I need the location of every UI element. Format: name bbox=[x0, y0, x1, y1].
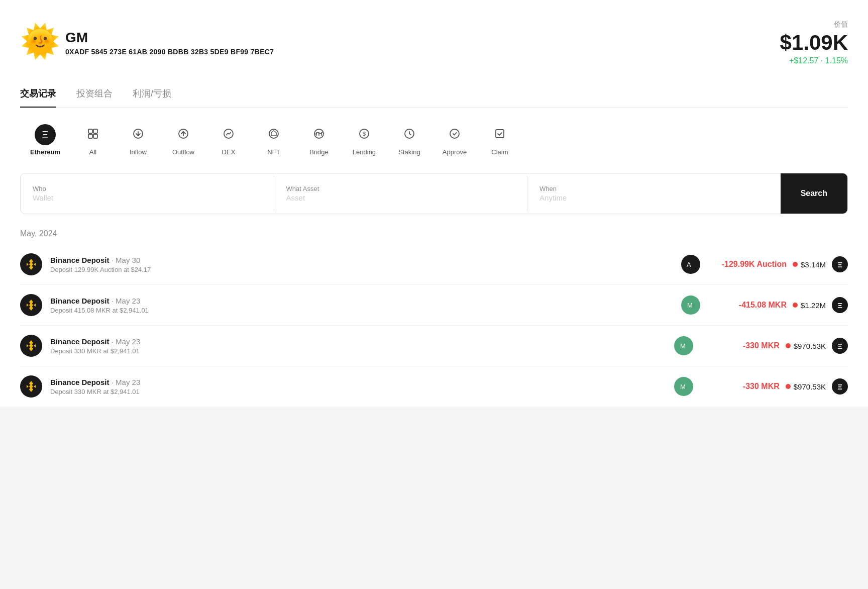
svg-marker-40 bbox=[29, 384, 33, 389]
who-placeholder: Wallet bbox=[33, 193, 262, 202]
tx-info-0: Binance Deposit · May 30Deposit 129.99K … bbox=[50, 256, 681, 273]
cat-outflow[interactable]: Outflow bbox=[161, 120, 206, 160]
cat-dex-label: DEX bbox=[222, 148, 236, 156]
tx-usd-value-1: $1.22M bbox=[801, 301, 826, 310]
svg-rect-2 bbox=[88, 134, 92, 138]
tx-usd-2: $970.53K bbox=[786, 342, 826, 350]
svg-point-16 bbox=[450, 129, 459, 138]
cat-claim-label: Claim bbox=[491, 148, 508, 156]
svg-text:$: $ bbox=[363, 131, 366, 137]
search-button[interactable]: Search bbox=[781, 173, 847, 214]
cat-approve[interactable]: Approve bbox=[432, 120, 477, 160]
tx-subtitle-1: Deposit 415.08 MKR at $2,941.01 bbox=[50, 307, 681, 314]
tx-logo-0 bbox=[20, 253, 42, 275]
cat-inflow[interactable]: Inflow bbox=[116, 120, 161, 160]
tx-usd-0: $3.14M bbox=[793, 260, 826, 269]
svg-marker-22 bbox=[29, 262, 33, 267]
wallet-name: GM bbox=[65, 30, 274, 46]
cat-bridge[interactable]: Bridge bbox=[296, 120, 342, 160]
tx-amount-1: -415.08 MKR bbox=[706, 301, 787, 310]
tx-usd-1: $1.22M bbox=[793, 301, 826, 310]
tx-right-0: A-129.99K Auction$3.14MΞ bbox=[681, 255, 848, 274]
cat-dex[interactable]: DEX bbox=[206, 120, 251, 160]
tx-usd-value-2: $970.53K bbox=[794, 342, 826, 350]
tx-title-2: Binance Deposit · May 23 bbox=[50, 337, 674, 346]
outflow-icon bbox=[178, 128, 189, 142]
claim-icon bbox=[494, 128, 505, 142]
transaction-row-0[interactable]: Binance Deposit · May 30Deposit 129.99K … bbox=[20, 244, 848, 285]
transaction-row-1[interactable]: Binance Deposit · May 23Deposit 415.08 M… bbox=[20, 285, 848, 326]
svg-marker-38 bbox=[34, 385, 36, 388]
tx-logo-2 bbox=[20, 335, 42, 357]
tx-eth-icon-2: Ξ bbox=[832, 338, 848, 354]
svg-marker-25 bbox=[27, 304, 29, 307]
ethereum-icon: Ξ bbox=[42, 129, 48, 141]
tx-amount-2: -330 MKR bbox=[699, 341, 780, 350]
tx-amount-0: -129.99K Auction bbox=[706, 260, 787, 269]
portfolio-change: +$12.57 · 1.15% bbox=[780, 56, 848, 65]
transaction-row-2[interactable]: Binance Deposit · May 23Deposit 330 MKR … bbox=[20, 326, 848, 366]
cat-all[interactable]: All bbox=[70, 120, 116, 160]
cat-ethereum[interactable]: Ξ Ethereum bbox=[20, 120, 70, 160]
who-field[interactable]: Who Wallet bbox=[21, 176, 274, 211]
tx-usd-3: $970.53K bbox=[786, 382, 826, 391]
when-field[interactable]: When Anytime bbox=[527, 176, 781, 211]
what-field[interactable]: What Asset Asset bbox=[274, 176, 528, 211]
svg-rect-17 bbox=[496, 130, 504, 138]
cat-inflow-label: Inflow bbox=[130, 148, 147, 156]
transaction-list: Binance Deposit · May 30Deposit 129.99K … bbox=[20, 244, 848, 407]
approve-icon bbox=[449, 128, 460, 142]
tab-portfolio[interactable]: 投资组合 bbox=[76, 87, 113, 108]
cat-bridge-label: Bridge bbox=[309, 148, 329, 156]
transaction-row-3[interactable]: Binance Deposit · May 23Deposit 330 MKR … bbox=[20, 366, 848, 407]
svg-marker-37 bbox=[27, 385, 29, 388]
tx-title-0: Binance Deposit · May 30 bbox=[50, 256, 681, 264]
month-header: May, 2024 bbox=[20, 229, 848, 238]
tab-pnl[interactable]: 利润/亏损 bbox=[133, 87, 171, 108]
cat-staking[interactable]: Staking bbox=[387, 120, 432, 160]
tx-info-3: Binance Deposit · May 23Deposit 330 MKR … bbox=[50, 378, 674, 396]
tx-usd-value-0: $3.14M bbox=[801, 260, 826, 269]
tx-subtitle-3: Deposit 330 MKR at $2,941.01 bbox=[50, 388, 674, 396]
all-icon bbox=[87, 128, 98, 142]
tx-asset-icon-3: M bbox=[674, 377, 693, 396]
value-label: 价值 bbox=[780, 20, 848, 29]
tab-transactions[interactable]: 交易记录 bbox=[20, 87, 56, 108]
red-dot-0 bbox=[793, 262, 798, 267]
category-nav: Ξ Ethereum All bbox=[20, 108, 848, 168]
cat-approve-label: Approve bbox=[443, 148, 467, 156]
svg-text:M: M bbox=[687, 302, 693, 309]
tx-eth-icon-0: Ξ bbox=[832, 256, 848, 272]
cat-nft[interactable]: NFT bbox=[251, 120, 296, 160]
when-label: When bbox=[539, 185, 769, 192]
tx-title-3: Binance Deposit · May 23 bbox=[50, 378, 674, 386]
tx-logo-1 bbox=[20, 294, 42, 316]
tx-subtitle-2: Deposit 330 MKR at $2,941.01 bbox=[50, 347, 674, 355]
tx-info-1: Binance Deposit · May 23Deposit 415.08 M… bbox=[50, 297, 681, 314]
svg-rect-1 bbox=[93, 129, 97, 133]
tx-right-3: M-330 MKR$970.53KΞ bbox=[674, 377, 848, 396]
cat-ethereum-label: Ethereum bbox=[30, 148, 60, 156]
header: 🌞 GM 0XADF 5845 273E 61AB 2090 BDBB 32B3… bbox=[20, 0, 848, 75]
svg-text:M: M bbox=[680, 342, 686, 350]
cat-claim[interactable]: Claim bbox=[477, 120, 522, 160]
svg-rect-0 bbox=[88, 129, 92, 133]
red-dot-3 bbox=[786, 384, 791, 389]
portfolio-value: $1.09K bbox=[780, 31, 848, 54]
tx-eth-icon-1: Ξ bbox=[832, 297, 848, 313]
cat-lending[interactable]: $ Lending bbox=[342, 120, 387, 160]
tx-subtitle-0: Deposit 129.99K Auction at $24.17 bbox=[50, 266, 681, 273]
svg-marker-32 bbox=[34, 344, 36, 347]
cat-outflow-label: Outflow bbox=[172, 148, 194, 156]
what-label: What Asset bbox=[286, 185, 515, 192]
sun-avatar-icon: 🌞 bbox=[20, 25, 55, 60]
svg-marker-34 bbox=[29, 343, 33, 348]
tx-eth-icon-3: Ξ bbox=[832, 378, 848, 395]
tx-usd-value-3: $970.53K bbox=[794, 382, 826, 391]
tx-info-2: Binance Deposit · May 23Deposit 330 MKR … bbox=[50, 337, 674, 355]
svg-text:M: M bbox=[680, 383, 686, 390]
svg-marker-26 bbox=[34, 304, 36, 307]
inflow-icon bbox=[133, 128, 144, 142]
staking-icon bbox=[404, 128, 415, 142]
tx-logo-3 bbox=[20, 375, 42, 398]
